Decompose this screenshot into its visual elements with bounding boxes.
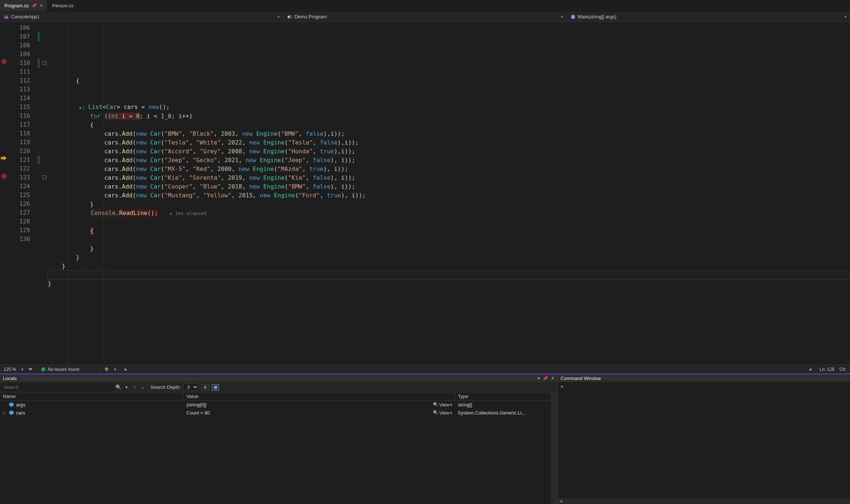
variable-icon — [9, 410, 14, 415]
column-header-type[interactable]: Type — [455, 392, 551, 400]
health-icon[interactable]: ❤ — [29, 367, 32, 372]
code-line[interactable]: } — [48, 200, 850, 209]
chevron-down-icon[interactable]: ▾ — [450, 411, 452, 415]
code-line[interactable]: Console.ReadLine(); ≤ 1ms elapsed — [48, 209, 850, 218]
code-line[interactable]: cars.Add(new Car("Jeep", "Gecko", 2021, … — [48, 156, 850, 165]
zoom-level[interactable]: 125 % — [4, 367, 16, 372]
vertical-scrollbar[interactable] — [551, 392, 557, 504]
line-number: 114 — [8, 94, 30, 103]
tab-label: Person.cs — [52, 3, 73, 8]
code-line[interactable]: cars.Add(new Car("Kia", "Sorenta", 2019,… — [48, 174, 850, 182]
code-line[interactable]: } — [48, 262, 850, 271]
code-line[interactable]: } — [48, 280, 850, 288]
code-line[interactable]: cars.Add(new Car("BMW", "Black", 2003, n… — [48, 129, 850, 138]
scroll-right-icon[interactable]: ► — [807, 367, 814, 372]
magnifier-icon[interactable]: 🔍 — [433, 402, 438, 407]
scroll-left-icon[interactable]: ◄ — [121, 367, 129, 372]
fold-toggle-icon[interactable]: − — [43, 61, 47, 65]
command-prompt: > — [561, 384, 563, 389]
dropdown-icon[interactable]: ▾ — [538, 376, 540, 381]
tab-person-cs[interactable]: Person.cs — [48, 0, 78, 11]
code-line[interactable]: } — [48, 244, 850, 253]
line-number: 109 — [8, 50, 30, 59]
issues-label[interactable]: No issues found — [48, 367, 79, 372]
nav-method[interactable]: Main(string[] args) ▾ — [567, 14, 850, 19]
nav-class[interactable]: Demo.Program ▾ — [284, 14, 567, 19]
line-number: 127 — [8, 208, 30, 217]
search-depth-select[interactable]: 3 — [183, 383, 198, 391]
view-link[interactable]: View — [439, 402, 449, 408]
line-number: 121 — [8, 156, 30, 164]
breakpoint-icon[interactable] — [1, 174, 7, 179]
chevron-down-icon[interactable]: ▾ — [114, 367, 116, 372]
arrow-down-icon[interactable]: ↓ — [139, 384, 147, 390]
code-line[interactable]: for (int i = 0; i < 1_0; i++) — [48, 112, 850, 121]
chevron-down-icon[interactable]: ▾ — [21, 367, 23, 372]
code-line[interactable] — [48, 271, 850, 280]
close-icon[interactable]: ✕ — [40, 3, 43, 8]
code-line[interactable] — [48, 288, 850, 297]
code-line[interactable]: { — [48, 121, 850, 129]
locals-row[interactable]: ▷carsCount = 80🔍View ▾System.Collections… — [0, 409, 551, 417]
line-number: 128 — [8, 217, 30, 226]
expand-toggle-icon[interactable]: ▷ — [3, 410, 7, 415]
code-content[interactable]: { ▶| List<Car> cars = new(); for (int i … — [48, 22, 850, 365]
dropdown-icon[interactable]: ▼ — [123, 386, 131, 389]
code-line[interactable] — [48, 218, 850, 227]
line-number: 111 — [8, 67, 30, 76]
command-window-panel: Command Window > ◄ — [558, 375, 850, 504]
line-number: 118 — [8, 129, 30, 138]
column-header-name[interactable]: Name — [0, 392, 183, 400]
view-link[interactable]: View — [439, 410, 449, 416]
code-line[interactable] — [48, 85, 850, 94]
code-editor[interactable]: 1061071081091101111121131141151161171181… — [0, 22, 850, 365]
code-line[interactable]: { — [48, 76, 850, 85]
code-line[interactable]: cars.Add(new Car("MX-5", "Red", 2000, ne… — [48, 165, 850, 174]
code-line[interactable] — [48, 235, 850, 244]
search-icon[interactable]: 🔍 — [114, 384, 123, 390]
close-icon[interactable]: ✕ — [551, 376, 554, 381]
property-view-icon[interactable]: ▦ — [212, 384, 219, 391]
grip-icon — [605, 377, 847, 380]
code-line[interactable] — [48, 94, 850, 103]
fold-toggle-icon[interactable]: − — [43, 175, 47, 179]
code-line[interactable]: cars.Add(new Car("Tesla", "White", 2022,… — [48, 138, 850, 147]
chevron-down-icon[interactable]: ▾ — [450, 403, 452, 407]
check-icon: ✓ — [41, 367, 45, 372]
line-number: 110 — [8, 59, 30, 67]
magnifier-icon[interactable]: 🔍 — [433, 410, 438, 415]
locals-row[interactable]: args{string[0]}🔍View ▾string[] — [0, 401, 551, 409]
command-window-body[interactable]: > — [558, 382, 850, 498]
variable-icon — [9, 402, 14, 407]
scroll-left-icon[interactable]: ◄ — [558, 498, 564, 504]
char-indicator[interactable]: Ch: — [839, 367, 846, 372]
code-line[interactable]: } — [48, 253, 850, 262]
breakpoint-icon[interactable] — [1, 59, 7, 64]
tab-program-cs[interactable]: Program.cs 📌 ✕ — [0, 0, 48, 11]
pin-icon[interactable]: 📌 — [543, 376, 548, 381]
breakpoint-margin[interactable] — [0, 22, 8, 365]
code-line[interactable]: cars.Add(new Car("Cooper", "Blue", 2018,… — [48, 182, 850, 191]
code-line[interactable]: cars.Add(new Car("Accord", "Grey", 2008,… — [48, 147, 850, 156]
line-number: 123 — [8, 173, 30, 182]
column-header-value[interactable]: Value — [183, 392, 455, 400]
var-type: string[] — [458, 402, 472, 408]
line-indicator[interactable]: Ln: 128 — [820, 367, 834, 372]
pin-icon[interactable]: 📌 — [32, 3, 37, 8]
nav-project[interactable]: C# ConsoleApp1 ▾ — [0, 14, 284, 19]
command-window-title-bar[interactable]: Command Window — [558, 375, 850, 382]
csharp-project-icon: C# — [4, 14, 9, 19]
code-line[interactable]: ▶| List<Car> cars = new(); — [48, 103, 850, 112]
locals-title-bar[interactable]: Locals ▾ 📌 ✕ — [0, 375, 557, 382]
line-number: 122 — [8, 164, 30, 173]
code-line[interactable]: { — [48, 227, 850, 235]
horizontal-scrollbar[interactable]: ◄ — [558, 498, 850, 504]
screwdriver-icon[interactable]: 🛠 — [105, 367, 109, 372]
var-value: {string[0]} — [186, 402, 207, 408]
code-line[interactable]: cars.Add(new Car("Mustang", "Yellow", 20… — [48, 191, 850, 200]
chevron-down-icon: ▾ — [844, 15, 846, 19]
tree-view-icon[interactable]: ⊞ — [201, 384, 209, 391]
arrow-up-icon[interactable]: ↑ — [131, 384, 139, 390]
locals-search-input[interactable] — [1, 383, 114, 391]
code-folding-margin[interactable]: −− — [41, 22, 48, 365]
